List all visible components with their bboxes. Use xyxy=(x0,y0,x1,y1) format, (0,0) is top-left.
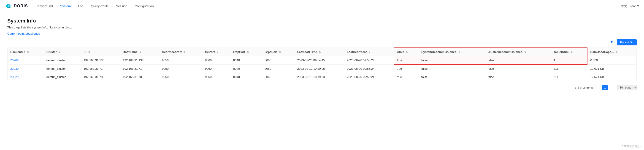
col-header-clusterdecommissioned: ClusterDecommissioned ⇅ xyxy=(485,48,551,56)
cell-datausedcapacity: 12.621 KB xyxy=(587,73,636,81)
cell-lastheartbeat: 2023-08-20 09:55:24 xyxy=(344,56,394,65)
page-size-select[interactable]: 30 / page xyxy=(617,85,637,90)
cell-hostname: 192.168.31.78 xyxy=(120,73,159,81)
sort-icon-brpcport[interactable]: ⇅ xyxy=(279,51,281,53)
filter-icon-button[interactable] xyxy=(608,39,615,45)
cell-systemdecommissioned: false xyxy=(418,64,485,73)
cell-httpport: 8040 xyxy=(230,73,262,81)
col-header-lastheartbeat: LastHeartbeat ⇅ xyxy=(344,48,394,56)
sort-icon-laststarttime[interactable]: ⇅ xyxy=(319,51,321,53)
col-header-httpport: HttpPort ⇅ xyxy=(230,48,262,56)
sort-icon-sysdecom[interactable]: ⇅ xyxy=(458,51,460,53)
col-header-systemdecommissioned: SystemDecommissioned ⇅ xyxy=(418,48,485,56)
sort-icon-httpport[interactable]: ⇅ xyxy=(247,51,249,53)
sort-icon-hostname[interactable]: ⇅ xyxy=(139,51,141,53)
cell-systemdecommissioned: false xyxy=(418,73,485,81)
current-page-button[interactable]: 1 xyxy=(602,85,608,90)
cell-backendid[interactable]: 23708 xyxy=(8,56,44,65)
cell-clusterdecommissioned: false xyxy=(485,73,551,81)
col-header-ip: IP ⇅ xyxy=(81,48,120,56)
sort-icon-heartbeatport[interactable]: ⇅ xyxy=(183,51,185,53)
table-row: 23030default_cluster192.168.31.71192.168… xyxy=(8,64,636,73)
table-row: 23029default_cluster192.168.31.78192.168… xyxy=(8,73,636,81)
nav-log[interactable]: Log xyxy=(75,1,87,12)
nav-session[interactable]: Session xyxy=(113,1,131,12)
cell-laststarttime: 2023-08-19 10:20:05 xyxy=(294,64,344,73)
page-description: This page lists the system info, like /p… xyxy=(7,26,637,29)
cell-lastheartbeat: 2023-08-20 09:55:24 xyxy=(344,73,394,81)
sort-icon-tabletnum[interactable]: ⇅ xyxy=(570,51,572,53)
col-header-datausedcapacity: DataUsedCapa... ⇅ xyxy=(587,48,636,56)
cell-brpcport: 8060 xyxy=(262,64,294,73)
lang-switcher[interactable]: 中文 xyxy=(621,4,627,8)
cell-ip: 192.168.31.136 xyxy=(81,56,120,65)
col-header-tabletnum: TabletNum ⇅ xyxy=(551,48,587,56)
cell-laststarttime: 2023-08-20 09:54:45 xyxy=(294,56,344,65)
col-header-laststarttime: LastStartTime ⇅ xyxy=(294,48,344,56)
cell-brpcport: 8060 xyxy=(262,56,294,65)
nav-system[interactable]: System xyxy=(57,1,74,12)
cell-heartbeatport: 9050 xyxy=(159,64,202,73)
nav-links: Playground System Log QueryProfile Sessi… xyxy=(34,1,621,12)
cell-datausedcapacity: 0.000 xyxy=(587,56,636,65)
sort-icon-cluster[interactable]: ⇅ xyxy=(58,51,60,53)
cell-brpcport: 8060 xyxy=(262,73,294,81)
system-info-table: BackendId ⇅ Cluster ⇅ IP ⇅ HostName ⇅ xyxy=(8,48,636,81)
nav-playground[interactable]: Playground xyxy=(34,1,56,12)
parent-dir-button[interactable]: Parent Dir xyxy=(617,39,637,45)
sort-icon-datausedcapacity[interactable]: ⇅ xyxy=(616,51,618,53)
cell-alive: true xyxy=(394,56,418,65)
svg-marker-0 xyxy=(6,4,8,9)
cell-cluster: default_cluster xyxy=(44,73,81,81)
sort-icon-alive[interactable]: ⇅ xyxy=(406,51,408,53)
cell-httpport: 8040 xyxy=(230,64,262,73)
cell-cluster: default_cluster xyxy=(44,56,81,65)
col-header-hostname: HostName ⇅ xyxy=(120,48,159,56)
cell-beport: 9060 xyxy=(202,56,230,65)
cell-heartbeatport: 9050 xyxy=(159,73,202,81)
filter-icon xyxy=(610,40,614,44)
cell-ip: 192.168.31.71 xyxy=(81,64,120,73)
logo-text: DORIS xyxy=(14,4,28,9)
nav-configuration[interactable]: Configuration xyxy=(132,1,157,12)
doris-logo-icon xyxy=(4,3,12,10)
col-header-brpcport: BrpcPort ⇅ xyxy=(262,48,294,56)
current-path[interactable]: Current path: //backends xyxy=(7,32,637,35)
cell-ip: 192.168.31.78 xyxy=(81,73,120,81)
cell-beport: 9060 xyxy=(202,73,230,81)
cell-backendid[interactable]: 23029 xyxy=(8,73,44,81)
cell-cluster: default_cluster xyxy=(44,64,81,73)
user-dropdown-icon: ▼ xyxy=(636,4,640,8)
cell-laststarttime: 2023-08-19 10:19:53 xyxy=(294,73,344,81)
table-wrapper: BackendId ⇅ Cluster ⇅ IP ⇅ HostName ⇅ xyxy=(7,47,637,81)
next-page-button[interactable]: > xyxy=(610,85,616,90)
table-header-row: BackendId ⇅ Cluster ⇅ IP ⇅ HostName ⇅ xyxy=(8,48,636,56)
sort-icon-backendid[interactable]: ⇅ xyxy=(27,51,29,53)
cell-tabletnum: 211 xyxy=(551,64,587,73)
cell-hostname: 192.168.31.136 xyxy=(120,56,159,65)
cell-hostname: 192.168.31.71 xyxy=(120,64,159,73)
table-row: 23708default_cluster192.168.31.136192.16… xyxy=(8,56,636,65)
cell-backendid[interactable]: 23030 xyxy=(8,64,44,73)
sort-icon-lastheartbeat[interactable]: ⇅ xyxy=(368,51,370,53)
col-header-backendid: BackendId ⇅ xyxy=(8,48,44,56)
prev-page-button[interactable]: < xyxy=(594,85,600,90)
cell-clusterdecommissioned: false xyxy=(485,64,551,73)
header: DORIS Playground System Log QueryProfile… xyxy=(0,0,644,12)
cell-beport: 9060 xyxy=(202,64,230,73)
cell-heartbeatport: 9050 xyxy=(159,56,202,65)
cell-lastheartbeat: 2023-08-20 09:55:24 xyxy=(344,64,394,73)
sort-icon-clusterdecom[interactable]: ⇅ xyxy=(524,51,526,53)
nav-queryprofile[interactable]: QueryProfile xyxy=(88,1,112,12)
user-menu[interactable]: root ▼ xyxy=(630,4,640,8)
pagination-summary: 1-3 of 3 items xyxy=(575,86,593,89)
col-header-alive: Alive ⇅ xyxy=(394,48,418,56)
cell-alive: true xyxy=(394,64,418,73)
cell-datausedcapacity: 12.621 KB xyxy=(587,64,636,73)
table-body: 23708default_cluster192.168.31.136192.16… xyxy=(8,56,636,81)
sort-icon-beport[interactable]: ⇅ xyxy=(216,51,218,53)
cell-tabletnum: 4 xyxy=(551,56,587,65)
sort-icon-ip[interactable]: ⇅ xyxy=(88,51,90,53)
col-header-heartbeatport: HeartbeatPort ⇅ xyxy=(159,48,202,56)
cell-systemdecommissioned: false xyxy=(418,56,485,65)
